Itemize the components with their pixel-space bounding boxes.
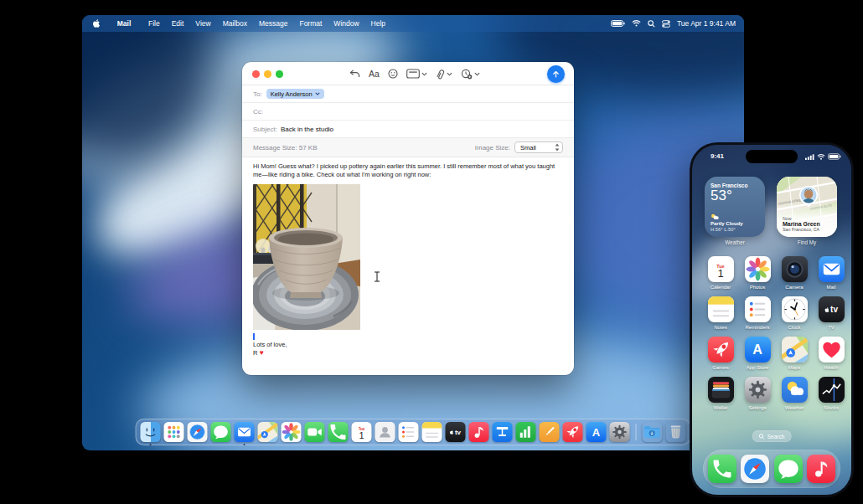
dock-app-pages[interactable] — [540, 422, 560, 442]
battery-icon[interactable] — [611, 20, 625, 27]
size-row: Message Size: 57 KB Image Size: Small — [242, 138, 574, 157]
wifi-icon[interactable] — [632, 20, 641, 27]
dock-app-finder[interactable] — [141, 422, 161, 442]
dock-app-safari[interactable] — [741, 455, 769, 483]
iphone-app-weather[interactable]: Weather — [776, 377, 813, 417]
dock-downloads-folder[interactable] — [643, 422, 663, 442]
dock-app-games[interactable] — [563, 422, 583, 442]
dock-app-app-store[interactable]: A — [587, 422, 607, 442]
message-body[interactable]: Hi Mom! Guess what? I picked up pottery … — [242, 157, 574, 357]
dock-app-keynote[interactable] — [493, 422, 513, 442]
to-field[interactable]: To: Kelly Anderson — [242, 85, 574, 103]
subject-label: Subject: — [253, 126, 277, 133]
dock-app-mail[interactable] — [235, 422, 255, 442]
send-button[interactable] — [547, 65, 565, 83]
dock-divider — [636, 424, 637, 440]
dock-app-messages[interactable] — [211, 422, 231, 442]
menu-item-mailbox[interactable]: Mailbox — [217, 19, 253, 28]
weather-widget-label: Weather — [705, 239, 765, 245]
iphone: 9:41 San Francisco 53° Partly Cloudy H:5… — [690, 142, 854, 497]
dock-app-music[interactable] — [807, 455, 835, 483]
send-later-button[interactable] — [461, 69, 480, 80]
iphone-app-photos[interactable]: Photos — [739, 256, 776, 296]
iphone-app-tv[interactable]: tvTV — [813, 296, 850, 337]
findmy-info: Now Marina Green San Francisco, CA — [783, 216, 820, 232]
iphone-app-settings[interactable]: Settings — [739, 377, 776, 417]
spotlight-search-pill[interactable]: Search — [752, 430, 792, 442]
dock-app-contacts[interactable] — [375, 422, 395, 442]
menu-item-help[interactable]: Help — [365, 19, 391, 28]
dock-trash[interactable] — [666, 422, 686, 442]
pottery-photo[interactable] — [253, 184, 360, 330]
dock-app-maps[interactable] — [258, 422, 278, 442]
menu-bar-clock[interactable]: Tue Apr 1 9:41 AM — [677, 19, 736, 28]
menu-item-edit[interactable]: Edit — [166, 19, 190, 28]
undo-button[interactable] — [349, 69, 360, 79]
dock-app-messages[interactable] — [774, 455, 803, 483]
iphone-app-camera[interactable]: Camera — [776, 256, 813, 296]
dock-app-numbers[interactable] — [516, 422, 536, 442]
dock-app-facetime[interactable] — [305, 422, 325, 442]
iphone-app-wallet[interactable]: Wallet — [702, 377, 739, 417]
iphone-app-notes[interactable]: Notes — [702, 296, 739, 337]
iphone-app-calendar[interactable]: Tue1Calendar — [702, 256, 739, 296]
weather-widget[interactable]: San Francisco 53° Partly Cloudy H:56° L:… — [705, 177, 765, 237]
dock-app-reminders[interactable] — [399, 422, 419, 442]
message-size: Message Size: 57 KB — [253, 144, 317, 152]
emoji-button[interactable] — [388, 69, 398, 79]
dock-app-safari[interactable] — [188, 422, 208, 442]
wallet-icon — [708, 377, 734, 403]
menu-item-window[interactable]: Window — [328, 19, 364, 28]
dock-app-system-settings[interactable] — [610, 422, 630, 442]
dock-app-music[interactable] — [469, 422, 489, 442]
cc-label: Cc: — [253, 108, 263, 116]
search-label: Search — [767, 434, 785, 440]
recipient-token[interactable]: Kelly Anderson — [266, 89, 324, 99]
recipient-name: Kelly Anderson — [271, 90, 313, 98]
minimize-button[interactable] — [264, 70, 271, 78]
iphone-app-stocks[interactable]: Stocks — [813, 377, 850, 417]
maps-icon — [782, 337, 808, 363]
dock-app-phone[interactable] — [328, 422, 349, 442]
dock-app-photos[interactable] — [282, 422, 302, 442]
body-paragraph: Hi Mom! Guess what? I picked up pottery … — [253, 162, 563, 180]
dock-app-phone[interactable] — [708, 455, 736, 483]
format-button[interactable]: Aa — [369, 69, 380, 79]
header-style-button[interactable] — [406, 69, 427, 79]
dock-app-tv[interactable]: tv — [446, 422, 466, 442]
mail-icon — [819, 256, 845, 282]
compose-toolbar: Aa — [242, 62, 574, 85]
iphone-app-maps[interactable]: Maps — [776, 337, 813, 377]
findmy-place: Marina Green — [783, 221, 820, 227]
menu-item-view[interactable]: View — [189, 19, 216, 28]
iphone-app-games[interactable]: Games — [702, 337, 739, 377]
dock-app-notes[interactable] — [422, 422, 442, 442]
findmy-widget[interactable]: MARINA GREEN DR MARINA BLVD Now Marina G… — [777, 177, 837, 237]
attach-button[interactable] — [436, 69, 452, 80]
iphone-app-app-store[interactable]: AApp Store — [739, 337, 776, 377]
status-icons — [805, 153, 841, 160]
weather-hi-lo: H:56° L:50° — [711, 227, 759, 232]
cc-field[interactable]: Cc: — [242, 103, 574, 121]
chevron-down-icon — [315, 92, 320, 95]
iphone-dock — [703, 450, 840, 488]
apple-menu-icon[interactable] — [92, 18, 101, 28]
search-icon[interactable] — [648, 20, 655, 28]
menu-item-file[interactable]: File — [142, 19, 166, 28]
image-size-select[interactable]: Small — [514, 141, 563, 153]
iphone-app-clock[interactable]: Clock — [776, 296, 813, 337]
menu-item-message[interactable]: Message — [253, 19, 294, 28]
menu-item-format[interactable]: Format — [293, 19, 328, 28]
menu-item-mail[interactable]: Mail — [106, 19, 142, 28]
iphone-app-reminders[interactable]: Reminders — [739, 296, 776, 337]
dock-app-calendar[interactable]: Tue1 — [352, 422, 372, 442]
weather-condition: Partly Cloudy — [711, 221, 759, 226]
zoom-button[interactable] — [276, 70, 283, 78]
iphone-app-health[interactable]: Health — [813, 337, 850, 377]
signature-name: R — [253, 349, 257, 357]
subject-field[interactable]: Subject: Back in the studio — [242, 121, 574, 138]
control-center-icon[interactable] — [662, 20, 670, 28]
close-button[interactable] — [252, 70, 260, 78]
iphone-app-mail[interactable]: Mail — [813, 256, 850, 296]
dock-app-launchpad[interactable] — [164, 422, 184, 442]
